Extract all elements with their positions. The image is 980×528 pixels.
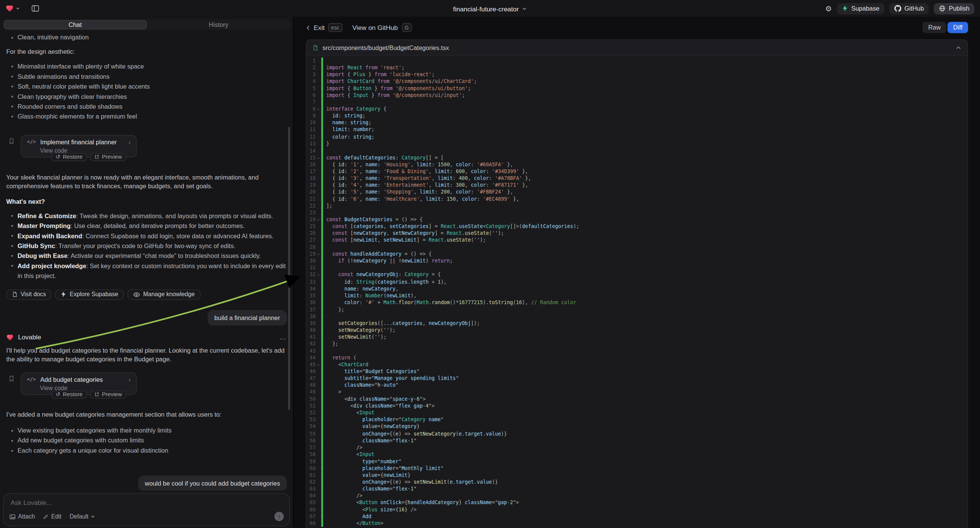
bullet-text: GitHub Sync: Transfer your project's cod…	[18, 241, 235, 251]
edit-card-actions: ↺Restore Preview	[51, 153, 126, 161]
bookmark-icon[interactable]	[8, 137, 15, 145]
supabase-button[interactable]: Supabase	[837, 3, 884, 14]
code-line: 39 setCategories([...categories, newCate…	[306, 320, 967, 326]
edit-card-header: </> Implement financial planner ›	[27, 138, 131, 146]
more-options-icon[interactable]: …	[279, 332, 287, 342]
line-number: 36	[306, 299, 315, 306]
line-number: 19	[306, 182, 315, 189]
code-text: const BudgetCategories = () => {	[323, 216, 423, 223]
code-text: type="number"	[323, 458, 401, 465]
line-number: 33	[306, 278, 315, 285]
code-text: />	[323, 492, 363, 499]
bullet-text: Glass-morphic elements for a premium fee…	[18, 112, 137, 122]
github-button[interactable]: GitHub	[889, 3, 929, 14]
code-line: 4import ChartCard from '@/components/ui/…	[306, 78, 967, 85]
diff-toggle-button[interactable]: Diff	[947, 22, 968, 33]
code-line: 1	[306, 57, 967, 64]
fold-gutter	[315, 513, 321, 520]
bullet-text: Soft, neutral color palette with light b…	[18, 81, 150, 91]
file-icon	[312, 44, 318, 51]
line-number: 12	[306, 133, 315, 140]
code-text: <Button onClick={handleAddCategory} clas…	[323, 499, 519, 506]
preview-button[interactable]: Preview	[90, 390, 127, 398]
bullet-dot	[11, 76, 13, 78]
visit-docs-button[interactable]: Visit docs	[6, 289, 51, 300]
exit-button[interactable]: Exit esc	[306, 23, 342, 32]
fold-chevron-icon[interactable]: ▾	[315, 216, 321, 223]
attach-button[interactable]: Attach	[10, 513, 35, 520]
edit-mode-button[interactable]: Edit	[43, 513, 61, 520]
code-line: 45▾ <ChartCard	[306, 361, 967, 368]
bullet-text: View existing budget categories with the…	[18, 426, 172, 436]
restore-button[interactable]: ↺Restore	[51, 390, 87, 398]
preview-button[interactable]: Preview	[90, 153, 127, 161]
bullet-text: Clean typography with clear hierarchies	[18, 92, 127, 102]
external-link-icon	[94, 392, 99, 396]
restore-button[interactable]: ↺Restore	[51, 153, 87, 161]
fold-gutter	[315, 182, 321, 189]
chat-input[interactable]	[4, 493, 290, 506]
bullet-dot	[11, 215, 13, 217]
edit-card-implement-financial-planner[interactable]: </> Implement financial planner › View c…	[21, 135, 137, 157]
toggle-sidebar-button[interactable]	[31, 5, 39, 13]
line-number: 59	[306, 458, 315, 465]
line-number: 52	[306, 409, 315, 416]
restore-icon: ↺	[56, 390, 60, 399]
code-line: 18 { id: '3', name: 'Transportation', li…	[306, 175, 967, 182]
code-icon: </>	[27, 138, 36, 146]
code-line: 62 onChange={(e) => setNewLimit(e.target…	[306, 479, 967, 485]
view-on-github-button[interactable]: View on GitHub G	[352, 23, 412, 32]
bullet-dot	[11, 86, 13, 87]
manage-knowledge-button[interactable]: Manage knowledge	[128, 289, 200, 300]
code-line: 44 return (	[306, 355, 967, 361]
fold-chevron-icon[interactable]: ▾	[315, 154, 321, 161]
fold-gutter	[315, 327, 321, 334]
bookmark-icon[interactable]	[8, 375, 15, 382]
fold-gutter	[315, 265, 321, 272]
model-selector[interactable]: Default	[70, 513, 95, 520]
list-item: Each category gets a unique color for vi…	[6, 445, 287, 455]
lovable-logo-button[interactable]	[6, 5, 20, 13]
raw-diff-toggle: Raw Diff	[923, 22, 968, 33]
code-line: 28	[306, 244, 967, 251]
fold-gutter	[315, 99, 321, 106]
line-number: 67	[306, 513, 315, 520]
send-button[interactable]: ↑	[274, 512, 284, 521]
fold-chevron-icon[interactable]: ▾	[315, 361, 321, 368]
project-switcher[interactable]: financial-future-creator	[453, 5, 527, 12]
chat-scrollbar-thumb[interactable]	[288, 127, 290, 410]
list-item: Subtle animations and transitions	[6, 72, 287, 81]
code-line: 51 <div className="flex gap-4">	[306, 402, 967, 409]
design-bullet-list: Minimalist interface with plenty of whit…	[6, 62, 287, 122]
explore-supabase-button[interactable]: Explore Supabase	[55, 289, 124, 300]
raw-toggle-button[interactable]: Raw	[923, 22, 946, 33]
edit-card-add-budget-categories[interactable]: </> Add budget categories › View code ↺R…	[21, 372, 137, 394]
line-number: 17	[306, 168, 315, 175]
tab-chat[interactable]: Chat	[4, 20, 146, 30]
fold-gutter	[315, 196, 321, 202]
code-text: ];	[323, 203, 332, 210]
fold-gutter	[315, 430, 321, 437]
file-header[interactable]: src/components/budget/BudgetCategories.t…	[306, 40, 967, 56]
tab-history[interactable]: History	[148, 20, 290, 30]
restore-icon: ↺	[56, 152, 60, 161]
publish-button[interactable]: Publish	[934, 3, 974, 14]
line-number: 23	[306, 210, 315, 216]
bullet-dot	[11, 106, 13, 108]
fold-gutter	[315, 313, 321, 320]
code-text: subtitle="Manage your spending limits"	[323, 375, 459, 382]
code-line: 16 { id: '1', name: 'Housing', limit: 15…	[306, 161, 967, 168]
chevron-up-icon[interactable]	[956, 45, 961, 50]
fold-chevron-icon[interactable]: ▾	[315, 251, 321, 258]
restore-label: Restore	[63, 152, 83, 161]
bullet-text: Each category gets a unique color for vi…	[18, 445, 168, 455]
code-text: <div className="space-y-6">	[323, 396, 426, 402]
code-line: 21 { id: '6', name: 'Healthcare', limit:…	[306, 196, 967, 202]
esc-badge: esc	[328, 23, 342, 32]
fold-chevron-icon[interactable]: ▾	[315, 106, 321, 113]
fold-chevron-icon[interactable]: ▾	[315, 272, 321, 278]
fold-gutter	[315, 189, 321, 196]
restore-label: Restore	[63, 390, 83, 399]
settings-button[interactable]: ⚙	[825, 5, 832, 12]
code-line: 27 const [newLimit, setNewLimit] = React…	[306, 237, 967, 244]
